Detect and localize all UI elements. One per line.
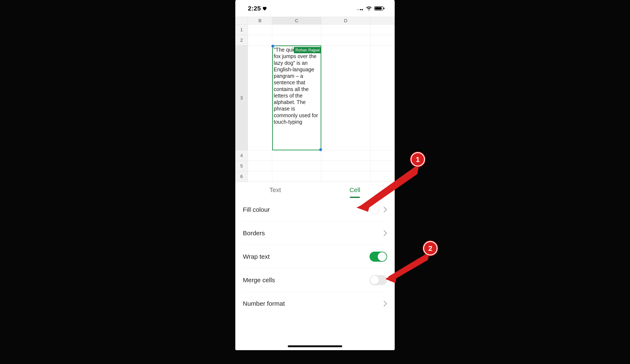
cell-d3[interactable] [321,46,370,150]
status-time: 2:25 [248,5,261,12]
chevron-right-icon [383,230,387,236]
cell-b5[interactable] [248,161,272,171]
cell-b2[interactable] [248,35,272,46]
cell-c4[interactable] [272,150,321,161]
cell-b1[interactable] [248,24,272,35]
row-header-5[interactable]: 5 [235,161,248,171]
row-header-1[interactable]: 1 [235,24,248,35]
svg-point-1 [358,9,360,10]
col-header-b[interactable]: B [248,17,272,24]
col-header-d[interactable]: D [321,17,370,24]
cell-c6[interactable] [272,171,321,182]
format-panel: Text Cell Fill colour Borders [235,182,395,350]
home-indicator[interactable] [288,345,342,347]
cell-c5[interactable] [272,161,321,171]
cell-c3-selected[interactable]: "The quick brown fox jumps over the lazy… [272,46,321,150]
svg-point-3 [362,9,363,10]
cell-c2[interactable] [272,35,321,46]
row-header-6[interactable]: 6 [235,171,248,182]
row-header-4[interactable]: 4 [235,150,248,161]
cellular-icon [356,6,364,10]
option-merge-cells: Merge cells [243,268,387,292]
svg-rect-6 [384,8,384,9]
wrap-text-toggle[interactable] [370,252,387,262]
cell-b3[interactable] [248,46,272,150]
merge-cells-label: Merge cells [243,276,275,284]
row-header-2[interactable]: 2 [235,35,248,46]
svg-point-0 [357,9,358,10]
corner-header[interactable] [235,17,248,24]
option-wrap-text: Wrap text [243,245,387,268]
svg-point-2 [360,9,361,10]
annotation-1-label: 1 [416,155,420,164]
svg-rect-5 [375,7,382,10]
fill-colour-swatch [370,205,379,214]
option-fill-colour[interactable]: Fill colour [243,198,387,222]
cell-d2[interactable] [321,35,370,46]
spreadsheet-grid[interactable]: B C D 1 2 [235,17,395,182]
cell-e2[interactable] [370,35,395,46]
cell-b6[interactable] [248,171,272,182]
cell-e5[interactable] [370,161,395,171]
annotation-2-label: 2 [428,244,432,252]
cell-b4[interactable] [248,150,272,161]
heart-icon [262,6,267,11]
number-format-label: Number format [243,300,285,307]
wifi-icon [366,6,372,11]
battery-icon [374,6,385,11]
format-tabs: Text Cell [235,182,395,198]
borders-label: Borders [243,230,265,237]
option-borders[interactable]: Borders [243,222,387,245]
cell-d4[interactable] [321,150,370,161]
chevron-right-icon [383,206,387,213]
cell-c3-text: "The quick brown fox jumps over the lazy… [274,47,318,125]
option-number-format[interactable]: Number format [243,292,387,315]
selection-handle-top-left[interactable] [272,45,274,48]
chevron-right-icon [383,300,387,307]
status-bar: 2:25 [235,0,395,17]
fill-colour-label: Fill colour [243,206,270,213]
tab-cell[interactable]: Cell [315,182,395,198]
cell-e3[interactable] [370,46,395,150]
phone-frame: 2:25 [235,0,395,350]
merge-cells-toggle[interactable] [370,275,387,285]
cell-e4[interactable] [370,150,395,161]
collaborator-tag: Rohan Rajpal [294,47,321,53]
cell-c1[interactable] [272,24,321,35]
cell-d5[interactable] [321,161,370,171]
cell-d6[interactable] [321,171,370,182]
cell-e1[interactable] [370,24,395,35]
wrap-text-label: Wrap text [243,253,270,260]
tab-text[interactable]: Text [235,182,315,198]
col-header-overflow[interactable] [370,17,395,24]
cell-d1[interactable] [321,24,370,35]
row-header-3[interactable]: 3 [235,46,248,150]
col-header-c[interactable]: C [272,17,321,24]
cell-e6[interactable] [370,171,395,182]
